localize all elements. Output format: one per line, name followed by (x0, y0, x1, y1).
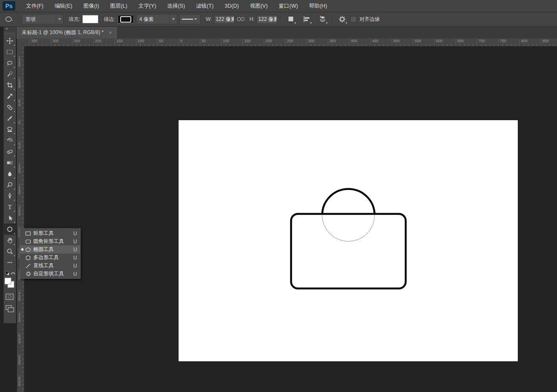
document-area: 未标题-1 @ 100% (椭圆 1, RGB/8) * × 350300250… (15, 26, 557, 392)
swap-colors-icon[interactable] (11, 273, 15, 274)
tool-mode-select[interactable]: 形状 (22, 14, 63, 24)
menu-item-window[interactable]: 窗口(W) (273, 0, 303, 12)
menu-item-file[interactable]: 文件(F) (20, 0, 49, 12)
stroke-label: 描边: (104, 16, 115, 23)
ruler-label: 1 5 0 (18, 58, 20, 67)
hand-tool[interactable] (4, 235, 16, 246)
shape-height-input[interactable]: 122 像素 (257, 15, 277, 24)
stroke-width-select[interactable]: 4 像素 (136, 14, 177, 24)
fill-swatch[interactable] (82, 15, 98, 23)
menu-item-edit[interactable]: 编辑(E) (49, 0, 78, 12)
canvas[interactable] (179, 120, 518, 361)
align-edges-checkbox[interactable] (350, 16, 357, 23)
path-operations-button[interactable] (286, 14, 296, 24)
shape-menu-item-polygon-tool[interactable]: 多边形工具U (20, 254, 80, 262)
edit-toolbar-icon[interactable] (4, 257, 16, 268)
rectangular-marquee-tool[interactable] (4, 46, 16, 58)
path-selection-tool[interactable] (4, 213, 16, 224)
align-edges-label: 对齐边缘 (359, 16, 380, 23)
ruler-label: 400 (351, 39, 357, 43)
close-icon[interactable]: × (109, 30, 112, 35)
menu-item-filter[interactable]: 滤镜(T) (190, 0, 219, 12)
lasso-tool[interactable] (4, 58, 16, 69)
shape-menu-item-ellipse-tool[interactable]: 椭圆工具U (20, 245, 80, 254)
ruler-label: 200 (266, 39, 272, 43)
dodge-tool[interactable] (4, 179, 16, 190)
menu-item-select[interactable]: 选择(S) (162, 0, 190, 12)
document-tab[interactable]: 未标题-1 @ 100% (椭圆 1, RGB/8) * × (17, 26, 117, 38)
stroke-swatch[interactable] (118, 15, 134, 23)
type-tool[interactable]: T (4, 202, 16, 213)
shape-width-input[interactable]: 122 像素 (214, 15, 234, 24)
shape-menu-item-rectangle-tool[interactable]: 矩形工具U (20, 229, 80, 237)
link-icon (237, 17, 245, 21)
screen-mode-icon[interactable] (6, 306, 14, 312)
default-colors-icon[interactable] (6, 271, 9, 275)
height-label: H: (249, 16, 254, 22)
fill-label: 填充: (69, 16, 80, 23)
path-arrangement-button[interactable] (317, 14, 328, 24)
blur-tool[interactable] (4, 168, 16, 179)
move-tool[interactable] (4, 35, 16, 46)
gradient-tool[interactable] (4, 157, 16, 168)
ruler-label: 300 (308, 39, 315, 43)
shape-menu-item-line-tool[interactable]: 直线工具U (20, 262, 80, 270)
ruler-label: 700 (479, 39, 485, 43)
ruler-label: 750 (500, 39, 506, 43)
tool-preset-picker[interactable] (4, 14, 14, 24)
panel-grip[interactable]: |||||||| (4, 32, 16, 35)
chevron-down-icon (172, 18, 175, 20)
path-alignment-button[interactable] (302, 14, 312, 24)
menu-item-layer[interactable]: 图层(L) (104, 0, 133, 12)
history-brush-tool[interactable] (4, 135, 16, 146)
shape-settings-button[interactable] (337, 14, 347, 24)
chevron-down-icon (58, 18, 61, 20)
foreground-color-swatch[interactable] (5, 278, 11, 284)
document-tab-bar: 未标题-1 @ 100% (椭圆 1, RGB/8) * × (15, 26, 557, 39)
path-operations-icon (288, 16, 294, 22)
ellipse-tool[interactable] (4, 224, 16, 235)
ruler-origin-corner[interactable] (17, 38, 24, 46)
rounded-rectangle-tool-icon (24, 239, 32, 245)
menu-item-3d[interactable]: 3D(D) (219, 0, 244, 12)
spot-healing-brush-tool[interactable] (4, 102, 16, 113)
ruler-label: 50 (202, 39, 206, 43)
quick-selection-tool[interactable] (4, 69, 16, 80)
separator (18, 14, 19, 25)
stroke-frame-icon (120, 16, 131, 23)
width-label: W: (206, 16, 212, 22)
pen-tool[interactable] (4, 190, 16, 202)
ruler-label: 1 0 0 (18, 164, 20, 174)
zoom-tool[interactable] (4, 246, 16, 257)
ruler-label: 5 5 0 (18, 356, 20, 366)
menu-item-help[interactable]: 帮助(H) (303, 0, 332, 12)
menu-item-type[interactable]: 文字(Y) (133, 0, 162, 12)
menu-item-view[interactable]: 视图(V) (244, 0, 273, 12)
shape-menu-item-custom-shape-tool[interactable]: 自定形状工具U (20, 270, 80, 278)
brush-tool[interactable] (4, 113, 16, 124)
ellipse-icon (5, 15, 14, 23)
crop-tool[interactable] (4, 80, 16, 91)
shape-menu-item-rounded-rectangle-tool[interactable]: 圆角矩形工具U (20, 237, 80, 245)
ellipse-stroked-arc (322, 189, 375, 242)
chevron-down-icon (194, 18, 197, 20)
panel-collapse-button[interactable]: » (4, 26, 16, 32)
ruler-label: 300 (52, 39, 59, 43)
ruler-label: 5 0 0 (18, 334, 20, 344)
solid-line-icon (182, 18, 193, 20)
stroke-style-select[interactable] (179, 14, 201, 24)
link-dimensions-button[interactable] (236, 14, 246, 24)
eraser-tool[interactable] (4, 146, 16, 157)
ruler-label: 650 (457, 39, 464, 43)
ruler-label: 800 (521, 39, 528, 43)
quick-mask-icon[interactable] (6, 294, 13, 300)
clone-stamp-tool[interactable] (4, 124, 16, 135)
options-bar: 形状 填充: 描边: 4 像素 W: 122 像素 H: 122 像素 (0, 12, 557, 27)
horizontal-ruler[interactable]: 3503002502001501005005010015020025030035… (24, 38, 557, 46)
vertical-ruler[interactable]: 1 5 01 0 05 005 01 0 01 5 02 0 02 5 03 0… (17, 46, 24, 392)
eyedropper-tool[interactable] (4, 91, 16, 102)
ruler-label: 450 (372, 39, 378, 43)
ruler-label: 100 (223, 39, 229, 43)
ruler-label: 200 (95, 39, 101, 43)
menu-item-image[interactable]: 图像(I) (78, 0, 105, 12)
